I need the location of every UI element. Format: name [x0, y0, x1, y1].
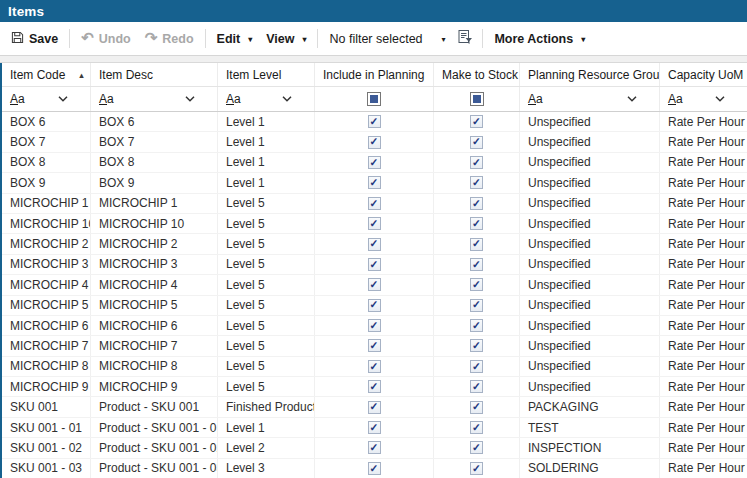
- make-to-stock-checkbox-checked[interactable]: [470, 319, 483, 332]
- cell-item-level[interactable]: Level 5: [218, 234, 315, 253]
- include-in-planning-checkbox-checked[interactable]: [368, 278, 381, 291]
- text-filter-badge[interactable]: Aa: [668, 92, 683, 106]
- filter-dropdown-item-level-chevron-icon[interactable]: [282, 96, 292, 102]
- view-menu-button[interactable]: View ▾: [259, 26, 313, 52]
- make-to-stock-checkbox-checked[interactable]: [470, 462, 483, 475]
- filter-combobox[interactable]: No filter selected ▾: [322, 27, 452, 51]
- cell-item-level[interactable]: Level 1: [218, 418, 315, 437]
- cell-capacity-uom[interactable]: Rate Per Hour: [660, 153, 747, 172]
- cell-planning-resource-group[interactable]: SOLDERING: [520, 459, 660, 478]
- save-filter-button[interactable]: [452, 26, 478, 52]
- make-to-stock-checkbox-checked[interactable]: [470, 421, 483, 434]
- cell-item-desc[interactable]: MICROCHIP 10: [91, 214, 218, 233]
- include-in-planning-checkbox-checked[interactable]: [368, 115, 381, 128]
- cell-item-level[interactable]: Level 5: [218, 214, 315, 233]
- cell-planning-resource-group[interactable]: Unspecified: [520, 194, 660, 213]
- cell-item-level[interactable]: Level 5: [218, 194, 315, 213]
- cell-item-desc[interactable]: MICROCHIP 2: [91, 234, 218, 253]
- make-to-stock-checkbox-checked[interactable]: [470, 258, 483, 271]
- cell-item-code[interactable]: MICROCHIP 10: [2, 214, 91, 233]
- filter-dropdown-item-code-chevron-icon[interactable]: [58, 96, 68, 102]
- cell-planning-resource-group[interactable]: Unspecified: [520, 173, 660, 192]
- cell-capacity-uom[interactable]: Rate Per Hour: [660, 194, 747, 213]
- make-to-stock-checkbox-checked[interactable]: [470, 278, 483, 291]
- cell-planning-resource-group[interactable]: PACKAGING: [520, 397, 660, 416]
- cell-item-level[interactable]: Level 5: [218, 316, 315, 335]
- make-to-stock-checkbox-checked[interactable]: [470, 115, 483, 128]
- make-to-stock-checkbox-checked[interactable]: [470, 401, 483, 414]
- cell-item-code[interactable]: BOX 9: [2, 173, 91, 192]
- column-header-item-desc[interactable]: Item Desc: [91, 63, 218, 86]
- cell-planning-resource-group[interactable]: Unspecified: [520, 234, 660, 253]
- cell-item-code[interactable]: MICROCHIP 5: [2, 296, 91, 315]
- cell-capacity-uom[interactable]: Rate Per Hour: [660, 438, 747, 457]
- cell-item-desc[interactable]: MICROCHIP 7: [91, 336, 218, 355]
- include-in-planning-checkbox-checked[interactable]: [368, 258, 381, 271]
- cell-capacity-uom[interactable]: Rate Per Hour: [660, 275, 747, 294]
- make-to-stock-checkbox-checked[interactable]: [470, 360, 483, 373]
- make-to-stock-checkbox-checked[interactable]: [470, 197, 483, 210]
- make-to-stock-checkbox-checked[interactable]: [470, 238, 483, 251]
- include-in-planning-checkbox-checked[interactable]: [368, 319, 381, 332]
- cell-item-code[interactable]: BOX 7: [2, 132, 91, 151]
- cell-planning-resource-group[interactable]: Unspecified: [520, 112, 660, 131]
- make-to-stock-checkbox-checked[interactable]: [470, 441, 483, 454]
- cell-item-level[interactable]: Level 5: [218, 336, 315, 355]
- cell-item-desc[interactable]: MICROCHIP 3: [91, 255, 218, 274]
- include-in-planning-checkbox-checked[interactable]: [368, 176, 381, 189]
- cell-capacity-uom[interactable]: Rate Per Hour: [660, 397, 747, 416]
- cell-item-desc[interactable]: BOX 6: [91, 112, 218, 131]
- cell-item-desc[interactable]: BOX 7: [91, 132, 218, 151]
- cell-item-desc[interactable]: MICROCHIP 4: [91, 275, 218, 294]
- cell-item-level[interactable]: Level 5: [218, 275, 315, 294]
- cell-item-level[interactable]: Level 5: [218, 377, 315, 396]
- cell-item-code[interactable]: MICROCHIP 6: [2, 316, 91, 335]
- cell-capacity-uom[interactable]: Rate Per Hour: [660, 418, 747, 437]
- include-in-planning-checkbox-checked[interactable]: [368, 421, 381, 434]
- make-to-stock-checkbox-checked[interactable]: [470, 299, 483, 312]
- cell-item-code[interactable]: SKU 001 - 01: [2, 418, 91, 437]
- cell-planning-resource-group[interactable]: Unspecified: [520, 357, 660, 376]
- include-in-planning-checkbox-checked[interactable]: [368, 380, 381, 393]
- cell-item-level[interactable]: Level 1: [218, 112, 315, 131]
- cell-item-level[interactable]: Level 1: [218, 132, 315, 151]
- filter-dropdown-item-desc-chevron-icon[interactable]: [185, 96, 195, 102]
- cell-item-level[interactable]: Level 1: [218, 153, 315, 172]
- cell-item-code[interactable]: MICROCHIP 9: [2, 377, 91, 396]
- make-to-stock-checkbox-checked[interactable]: [470, 176, 483, 189]
- cell-item-desc[interactable]: MICROCHIP 5: [91, 296, 218, 315]
- filter-checkbox-make-to-stock[interactable]: [470, 92, 484, 106]
- include-in-planning-checkbox-checked[interactable]: [368, 360, 381, 373]
- cell-item-code[interactable]: BOX 6: [2, 112, 91, 131]
- include-in-planning-checkbox-checked[interactable]: [368, 238, 381, 251]
- cell-capacity-uom[interactable]: Rate Per Hour: [660, 173, 747, 192]
- cell-item-code[interactable]: MICROCHIP 7: [2, 336, 91, 355]
- include-in-planning-checkbox-checked[interactable]: [368, 136, 381, 149]
- cell-item-desc[interactable]: Product - SKU 001 - 01: [91, 418, 218, 437]
- cell-item-level[interactable]: Level 5: [218, 296, 315, 315]
- text-filter-badge[interactable]: Aa: [10, 92, 25, 106]
- text-filter-badge[interactable]: Aa: [528, 92, 543, 106]
- cell-planning-resource-group[interactable]: Unspecified: [520, 153, 660, 172]
- text-filter-badge[interactable]: Aa: [226, 92, 241, 106]
- cell-capacity-uom[interactable]: Rate Per Hour: [660, 296, 747, 315]
- include-in-planning-checkbox-checked[interactable]: [368, 156, 381, 169]
- cell-capacity-uom[interactable]: Rate Per Hour: [660, 132, 747, 151]
- undo-button[interactable]: ↶ Undo: [74, 26, 138, 52]
- include-in-planning-checkbox-checked[interactable]: [368, 217, 381, 230]
- make-to-stock-checkbox-checked[interactable]: [470, 380, 483, 393]
- cell-capacity-uom[interactable]: Rate Per Hour: [660, 214, 747, 233]
- cell-capacity-uom[interactable]: Rate Per Hour: [660, 377, 747, 396]
- cell-capacity-uom[interactable]: Rate Per Hour: [660, 336, 747, 355]
- cell-capacity-uom[interactable]: Rate Per Hour: [660, 112, 747, 131]
- make-to-stock-checkbox-checked[interactable]: [470, 136, 483, 149]
- cell-item-code[interactable]: SKU 001 - 03: [2, 459, 91, 478]
- cell-capacity-uom[interactable]: Rate Per Hour: [660, 316, 747, 335]
- column-header-make-to-stock[interactable]: Make to Stock: [434, 63, 520, 86]
- cell-item-desc[interactable]: MICROCHIP 6: [91, 316, 218, 335]
- make-to-stock-checkbox-checked[interactable]: [470, 339, 483, 352]
- include-in-planning-checkbox-checked[interactable]: [368, 441, 381, 454]
- redo-button[interactable]: ↷ Redo: [138, 26, 201, 52]
- column-header-planning-resource-group[interactable]: Planning Resource Group: [520, 63, 660, 86]
- cell-capacity-uom[interactable]: Rate Per Hour: [660, 357, 747, 376]
